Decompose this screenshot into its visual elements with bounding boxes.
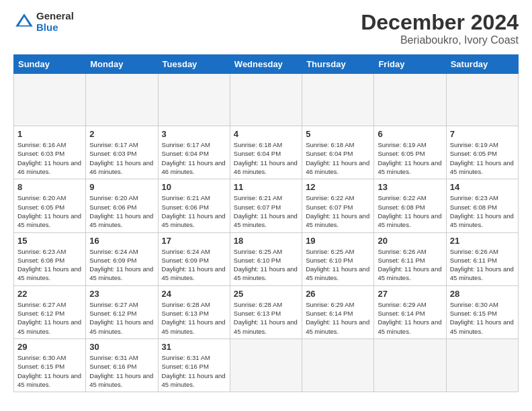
table-row: [446, 338, 518, 392]
day-number: 25: [234, 289, 298, 299]
header: General Blue December 2024 Beriaboukro, …: [13, 11, 519, 46]
day-number: 14: [450, 182, 515, 192]
sunrise-text: Sunrise: 6:29 AM: [306, 301, 354, 308]
sunrise-text: Sunrise: 6:22 AM: [306, 194, 354, 201]
table-row: 19Sunrise: 6:25 AMSunset: 6:10 PMDayligh…: [302, 232, 374, 285]
day-number: 4: [234, 129, 298, 139]
sunrise-text: Sunrise: 6:20 AM: [17, 194, 66, 201]
logo: General Blue: [13, 11, 74, 33]
day-number: 23: [89, 289, 154, 299]
day-number: 18: [234, 236, 298, 246]
sunrise-text: Sunrise: 6:25 AM: [234, 248, 282, 255]
daylight-text: Daylight: 11 hours and 46 minutes.: [162, 159, 226, 175]
table-row: 14Sunrise: 6:23 AMSunset: 6:08 PMDayligh…: [446, 179, 518, 232]
sunset-text: Sunset: 6:10 PM: [234, 257, 281, 264]
day-info: Sunrise: 6:20 AMSunset: 6:05 PMDaylight:…: [17, 193, 82, 229]
sunset-text: Sunset: 6:09 PM: [89, 257, 136, 264]
calendar-week-row: 22Sunrise: 6:27 AMSunset: 6:12 PMDayligh…: [14, 285, 519, 338]
sunset-text: Sunset: 6:12 PM: [89, 310, 136, 317]
calendar-week-row: 29Sunrise: 6:30 AMSunset: 6:15 PMDayligh…: [14, 338, 519, 392]
table-row: 11Sunrise: 6:21 AMSunset: 6:07 PMDayligh…: [230, 179, 302, 232]
sunset-text: Sunset: 6:08 PM: [378, 203, 425, 211]
table-row: 3Sunrise: 6:17 AMSunset: 6:04 PMDaylight…: [158, 126, 230, 179]
table-row: 21Sunrise: 6:26 AMSunset: 6:11 PMDayligh…: [446, 232, 518, 285]
day-number: 13: [378, 182, 442, 192]
sunset-text: Sunset: 6:04 PM: [162, 150, 209, 157]
sunset-text: Sunset: 6:13 PM: [162, 310, 209, 317]
day-number: 16: [89, 236, 154, 246]
day-info: Sunrise: 6:18 AMSunset: 6:04 PMDaylight:…: [306, 140, 370, 176]
table-row: 5Sunrise: 6:18 AMSunset: 6:04 PMDaylight…: [302, 126, 374, 179]
table-row: 30Sunrise: 6:31 AMSunset: 6:16 PMDayligh…: [86, 338, 158, 392]
day-info: Sunrise: 6:17 AMSunset: 6:03 PMDaylight:…: [89, 140, 154, 176]
sunset-text: Sunset: 6:16 PM: [89, 363, 136, 370]
table-row: [302, 74, 374, 126]
sunset-text: Sunset: 6:15 PM: [17, 363, 64, 370]
day-info: Sunrise: 6:19 AMSunset: 6:05 PMDaylight:…: [450, 140, 515, 176]
day-number: 30: [89, 342, 154, 352]
table-row: [158, 74, 230, 126]
sunrise-text: Sunrise: 6:20 AM: [89, 194, 138, 201]
table-row: 20Sunrise: 6:26 AMSunset: 6:11 PMDayligh…: [374, 232, 446, 285]
day-info: Sunrise: 6:31 AMSunset: 6:16 PMDaylight:…: [162, 353, 226, 389]
day-info: Sunrise: 6:22 AMSunset: 6:07 PMDaylight:…: [306, 193, 370, 229]
daylight-text: Daylight: 11 hours and 45 minutes.: [89, 212, 153, 228]
sunset-text: Sunset: 6:13 PM: [234, 310, 281, 317]
table-row: 10Sunrise: 6:21 AMSunset: 6:06 PMDayligh…: [158, 179, 230, 232]
sunset-text: Sunset: 6:06 PM: [162, 203, 209, 211]
logo-general-text: General: [36, 11, 74, 22]
day-number: 24: [162, 289, 226, 299]
sunrise-text: Sunrise: 6:21 AM: [234, 194, 282, 201]
daylight-text: Daylight: 11 hours and 45 minutes.: [17, 318, 81, 334]
day-number: 5: [306, 129, 370, 139]
daylight-text: Daylight: 11 hours and 45 minutes.: [162, 212, 226, 228]
day-info: Sunrise: 6:16 AMSunset: 6:03 PMDaylight:…: [17, 140, 82, 176]
sunset-text: Sunset: 6:05 PM: [17, 203, 64, 211]
sunrise-text: Sunrise: 6:23 AM: [17, 248, 66, 255]
sunrise-text: Sunrise: 6:22 AM: [378, 194, 426, 201]
daylight-text: Daylight: 11 hours and 45 minutes.: [378, 318, 441, 334]
day-number: 22: [17, 289, 82, 299]
day-number: 11: [234, 182, 298, 192]
sunrise-text: Sunrise: 6:26 AM: [450, 248, 498, 255]
table-row: 7Sunrise: 6:19 AMSunset: 6:05 PMDaylight…: [446, 126, 518, 179]
day-info: Sunrise: 6:29 AMSunset: 6:14 PMDaylight:…: [306, 300, 370, 336]
sunrise-text: Sunrise: 6:16 AM: [17, 141, 66, 148]
table-row: 28Sunrise: 6:30 AMSunset: 6:15 PMDayligh…: [446, 285, 518, 338]
day-number: 26: [306, 289, 370, 299]
sunrise-text: Sunrise: 6:30 AM: [17, 354, 66, 361]
day-number: 21: [450, 236, 515, 246]
col-sunday: Sunday: [14, 55, 86, 74]
table-row: 6Sunrise: 6:19 AMSunset: 6:05 PMDaylight…: [374, 126, 446, 179]
day-info: Sunrise: 6:24 AMSunset: 6:09 PMDaylight:…: [89, 247, 154, 283]
sunrise-text: Sunrise: 6:31 AM: [162, 354, 210, 361]
daylight-text: Daylight: 11 hours and 45 minutes.: [89, 318, 153, 334]
day-number: 15: [17, 236, 82, 246]
sunset-text: Sunset: 6:16 PM: [162, 363, 209, 370]
sunset-text: Sunset: 6:09 PM: [162, 257, 209, 264]
calendar-week-row: [14, 74, 519, 126]
daylight-text: Daylight: 11 hours and 45 minutes.: [234, 265, 298, 281]
page: General Blue December 2024 Beriaboukro, …: [0, 0, 532, 411]
table-row: [374, 338, 446, 392]
day-info: Sunrise: 6:23 AMSunset: 6:08 PMDaylight:…: [450, 193, 515, 229]
day-info: Sunrise: 6:30 AMSunset: 6:15 PMDaylight:…: [17, 353, 82, 389]
day-info: Sunrise: 6:22 AMSunset: 6:08 PMDaylight:…: [378, 193, 442, 229]
table-row: 2Sunrise: 6:17 AMSunset: 6:03 PMDaylight…: [86, 126, 158, 179]
daylight-text: Daylight: 11 hours and 46 minutes.: [234, 159, 298, 175]
col-thursday: Thursday: [302, 55, 374, 74]
sunset-text: Sunset: 6:14 PM: [306, 310, 353, 317]
day-number: 3: [162, 129, 226, 139]
sunrise-text: Sunrise: 6:31 AM: [89, 354, 138, 361]
day-number: 12: [306, 182, 370, 192]
daylight-text: Daylight: 11 hours and 45 minutes.: [234, 318, 298, 334]
day-number: 19: [306, 236, 370, 246]
sunset-text: Sunset: 6:11 PM: [450, 257, 497, 264]
calendar-header-row: Sunday Monday Tuesday Wednesday Thursday…: [14, 55, 519, 74]
day-info: Sunrise: 6:31 AMSunset: 6:16 PMDaylight:…: [89, 353, 154, 389]
day-number: 27: [378, 289, 442, 299]
sunrise-text: Sunrise: 6:27 AM: [17, 301, 66, 308]
daylight-text: Daylight: 11 hours and 45 minutes.: [89, 265, 153, 281]
sunrise-text: Sunrise: 6:21 AM: [162, 194, 210, 201]
day-info: Sunrise: 6:30 AMSunset: 6:15 PMDaylight:…: [450, 300, 515, 336]
